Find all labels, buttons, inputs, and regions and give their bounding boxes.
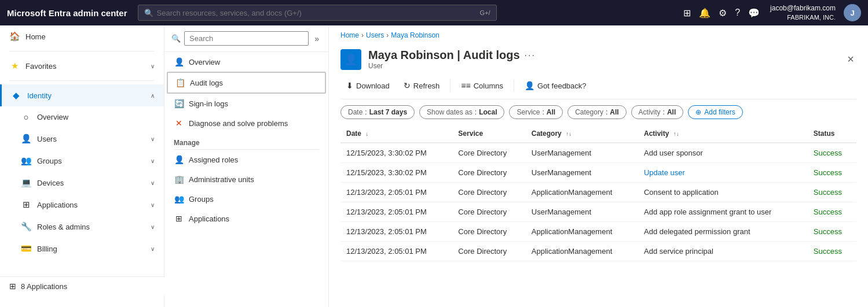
nav-item-admin-units[interactable]: 🏢 Administrative units bbox=[164, 169, 328, 189]
date-filter-label: Date bbox=[348, 108, 362, 116]
chevron-up-icon: ∧ bbox=[151, 93, 155, 99]
show-dates-filter[interactable]: Show dates as : Local bbox=[419, 105, 504, 119]
sort-icon-category: ↑↓ bbox=[566, 131, 572, 137]
nav-item-signin-logs[interactable]: 🔄 Sign-in logs bbox=[164, 94, 328, 113]
table-body: 12/15/2023, 3:30:02 PM Core Directory Us… bbox=[340, 143, 856, 261]
sidebar-item-label: Identity bbox=[27, 91, 145, 100]
table-row: 12/13/2023, 2:05:01 PM Core Directory Ap… bbox=[340, 222, 856, 242]
user-email: jacob@fabrikam.com bbox=[770, 4, 836, 13]
breadcrumb-users[interactable]: Users bbox=[366, 31, 384, 39]
sidebar-item-home[interactable]: 🏠 Home bbox=[0, 25, 164, 47]
activity-filter[interactable]: Activity : All bbox=[631, 105, 684, 119]
feedback-icon[interactable]: 💬 bbox=[748, 8, 760, 19]
portal-icon[interactable]: ⊞ bbox=[683, 8, 691, 19]
sidebar-item-groups[interactable]: 👥 Groups ∨ bbox=[0, 150, 164, 172]
refresh-button[interactable]: ↻ Refresh bbox=[398, 78, 446, 93]
sidebar-item-identity[interactable]: ◆ Identity ∧ bbox=[0, 84, 164, 106]
sidebar-item-favorites[interactable]: ★ Favorites ∨ bbox=[0, 55, 164, 77]
global-search[interactable]: 🔍 G+/ bbox=[138, 5, 497, 21]
table-row: 12/15/2023, 3:30:02 PM Core Directory Us… bbox=[340, 163, 856, 183]
devices-icon: 💻 bbox=[21, 177, 31, 188]
col-date[interactable]: Date ↓ bbox=[340, 125, 452, 143]
breadcrumb-home[interactable]: Home bbox=[340, 31, 359, 39]
page-icon: 👤 bbox=[340, 49, 361, 70]
breadcrumb-maya[interactable]: Maya Robinson bbox=[391, 31, 439, 39]
breadcrumb-sep-1: › bbox=[361, 31, 364, 39]
sidebar-divider-2 bbox=[9, 80, 155, 81]
columns-icon: ≡≡ bbox=[461, 81, 470, 90]
chevron-down-icon: ∨ bbox=[151, 136, 155, 142]
chevron-down-icon: ∨ bbox=[151, 158, 155, 164]
cell-activity: Consent to application bbox=[638, 183, 808, 202]
download-button[interactable]: ⬇ Download bbox=[340, 78, 395, 93]
table-row: 12/13/2023, 2:05:01 PM Core Directory Ap… bbox=[340, 242, 856, 261]
nav-item-applications-manage[interactable]: ⊞ Applications bbox=[164, 209, 328, 228]
sidebar-item-roles[interactable]: 🔧 Roles & admins ∨ bbox=[0, 216, 164, 238]
cell-service: Core Directory bbox=[452, 143, 525, 163]
col-activity[interactable]: Activity ↑↓ bbox=[638, 125, 808, 143]
users-icon: 👤 bbox=[21, 134, 31, 144]
collapse-button[interactable]: » bbox=[312, 33, 321, 45]
nav-item-label: Sign-in logs bbox=[189, 99, 228, 108]
brand-name: Microsoft Entra admin center bbox=[7, 8, 127, 18]
nav-item-groups-manage[interactable]: 👥 Groups bbox=[164, 189, 328, 209]
search-shortcut: G+/ bbox=[480, 9, 490, 16]
col-category[interactable]: Category ↑↓ bbox=[526, 125, 638, 143]
diagnose-icon: ✕ bbox=[174, 119, 184, 128]
context-nav-panel: 🔍 » 👤 Overview 📋 Audit logs 🔄 Sign-in lo… bbox=[164, 25, 329, 307]
sidebar-item-applications[interactable]: ⊞ Applications ∨ bbox=[0, 194, 164, 216]
page-subtitle: User bbox=[368, 62, 838, 70]
sidebar: 🏠 Home ★ Favorites ∨ ◆ Identity ∧ ○ Over… bbox=[0, 25, 164, 307]
nav-item-overview[interactable]: 👤 Overview bbox=[164, 52, 328, 72]
cell-activity: Add user sponsor bbox=[638, 143, 808, 163]
cell-service: Core Directory bbox=[452, 222, 525, 242]
help-icon[interactable]: ? bbox=[735, 8, 740, 18]
avatar[interactable]: J bbox=[844, 4, 861, 21]
cell-status: Success bbox=[808, 183, 856, 202]
add-filter-button[interactable]: ⊕ Add filters bbox=[688, 105, 742, 119]
cell-category: UserManagement bbox=[526, 163, 638, 183]
assigned-roles-icon: 👤 bbox=[174, 155, 184, 164]
cell-status: Success bbox=[808, 202, 856, 222]
sidebar-item-overview[interactable]: ○ Overview bbox=[0, 106, 164, 128]
page-more-button[interactable]: ··· bbox=[525, 50, 536, 61]
sidebar-bottom-item[interactable]: ⊞ 8 Applications bbox=[0, 276, 164, 295]
sort-icon-date: ↓ bbox=[365, 131, 368, 137]
user-org: FABRIKAM, INC. bbox=[787, 13, 836, 21]
cell-status: Success bbox=[808, 222, 856, 242]
columns-button[interactable]: ≡≡ Columns bbox=[455, 78, 509, 93]
sidebar-item-devices[interactable]: 💻 Devices ∨ bbox=[0, 172, 164, 194]
applications-manage-icon: ⊞ bbox=[174, 214, 184, 223]
feedback-button[interactable]: 👤 Got feedback? bbox=[519, 78, 592, 93]
service-filter[interactable]: Service : All bbox=[509, 105, 563, 119]
category-filter[interactable]: Category : All bbox=[567, 105, 626, 119]
toolbar-separator-2 bbox=[514, 79, 514, 92]
notification-icon[interactable]: 🔔 bbox=[699, 8, 710, 19]
sidebar-bottom-label: 8 Applications bbox=[21, 282, 67, 291]
close-button[interactable]: × bbox=[845, 50, 856, 68]
favorites-icon: ★ bbox=[9, 61, 20, 71]
sidebar-item-label: Roles & admins bbox=[37, 223, 145, 231]
chevron-down-icon: ∨ bbox=[151, 224, 155, 230]
cell-activity: Add service principal bbox=[638, 242, 808, 261]
sidebar-divider-1 bbox=[9, 51, 155, 51]
search-input[interactable] bbox=[157, 9, 477, 17]
settings-icon[interactable]: ⚙ bbox=[719, 8, 727, 19]
sidebar-item-users[interactable]: 👤 Users ∨ bbox=[0, 128, 164, 150]
feedback-icon: 👤 bbox=[525, 81, 534, 90]
show-dates-label: Show dates as bbox=[427, 108, 473, 116]
nav-item-assigned-roles[interactable]: 👤 Assigned roles bbox=[164, 150, 328, 169]
nav-item-diagnose[interactable]: ✕ Diagnose and solve problems bbox=[164, 113, 328, 133]
date-filter[interactable]: Date : Last 7 days bbox=[340, 105, 415, 119]
context-search-input[interactable] bbox=[184, 31, 309, 46]
breadcrumb-sep-2: › bbox=[386, 31, 389, 39]
activity-filter-label: Activity bbox=[639, 108, 661, 116]
page-title-block: Maya Robinson | Audit logs ··· User bbox=[368, 49, 838, 70]
nav-item-audit-logs[interactable]: 📋 Audit logs bbox=[167, 72, 326, 94]
cell-date: 12/15/2023, 3:30:02 PM bbox=[340, 143, 452, 163]
activity-link[interactable]: Update user bbox=[644, 168, 685, 177]
sidebar-item-billing[interactable]: 💳 Billing ∨ bbox=[0, 238, 164, 260]
sidebar-item-label: Users bbox=[37, 135, 145, 143]
signin-logs-icon: 🔄 bbox=[174, 99, 184, 108]
chevron-down-icon: ∨ bbox=[151, 63, 155, 69]
